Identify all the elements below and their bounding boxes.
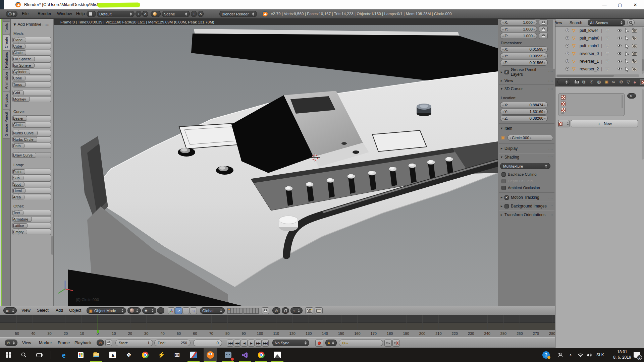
add-sun-lamp-button[interactable]: ☀Sun xyxy=(12,175,51,181)
scale-y-field[interactable]: Y:1.000 xyxy=(500,26,537,32)
add-hemi-lamp-button[interactable]: ⌒Hemi xyxy=(12,188,51,194)
opengl-render-still-button[interactable] xyxy=(305,307,313,314)
time-display-toggle[interactable]: ◷ xyxy=(97,340,104,346)
tray-volume[interactable] xyxy=(584,348,594,362)
section-display[interactable]: ►Display:::: xyxy=(500,145,553,152)
selectable-cursor-icon[interactable] xyxy=(625,36,629,42)
outliner-hscrollbar[interactable] xyxy=(556,74,639,77)
editor-type-selector-timeline[interactable]: ◷ xyxy=(5,340,17,346)
current-frame-line[interactable] xyxy=(98,315,98,330)
start-button[interactable] xyxy=(2,348,15,362)
menu-view3d-add[interactable]: Add xyxy=(56,308,63,313)
taskbar-file-explorer[interactable] xyxy=(90,348,103,362)
menu-file[interactable]: File xyxy=(22,11,29,16)
add-circle-button[interactable]: ○Circle xyxy=(12,50,51,56)
delete-layout-button[interactable]: ✕ xyxy=(142,11,148,17)
add-ico-sphere-button[interactable]: ◈Ico Sphere xyxy=(12,62,51,68)
manipulator-scale-button[interactable]: ◹ xyxy=(190,307,197,314)
add-point-lamp-button[interactable]: ✳Point xyxy=(12,169,51,175)
selectable-cursor-icon[interactable] xyxy=(625,44,629,50)
tray-hidden-icons[interactable]: ∧ xyxy=(566,348,576,362)
add-cylinder-button[interactable]: ▯Cylinder xyxy=(12,69,51,75)
visibility-eye-icon[interactable] xyxy=(617,59,622,64)
menu-render[interactable]: Render xyxy=(38,11,51,16)
taskbar-discord[interactable] xyxy=(221,348,235,362)
window-titlebar[interactable]: Blender* [C:\Users\Milan\Desktop\Misko\M… xyxy=(0,0,644,9)
scene-icon-button[interactable] xyxy=(151,11,161,17)
add-spot-lamp-button[interactable]: ◤Spot xyxy=(12,181,51,187)
scale-x-field[interactable]: X:1.000 xyxy=(500,19,537,25)
manipulator-rotate-button[interactable]: ⌒ xyxy=(182,307,190,314)
layout-selector[interactable]: Default xyxy=(97,11,135,17)
menu-timeline-frame[interactable]: Frame xyxy=(58,341,70,345)
taskbar-amazon[interactable]: a xyxy=(106,348,119,362)
layer-grid-left[interactable] xyxy=(227,308,243,314)
modifiers-tab-icon[interactable]: ⚙ xyxy=(619,79,623,84)
section-3d-cursor[interactable]: ▼3D Cursor:::: xyxy=(500,86,553,92)
taskbar-search-button[interactable] xyxy=(17,348,31,362)
insert-keyframe-button[interactable] xyxy=(384,340,392,347)
taskbar-store[interactable] xyxy=(74,348,87,362)
render-camera-icon[interactable] xyxy=(632,67,637,72)
prev-keyframe-button[interactable]: ◀◀ xyxy=(234,340,240,347)
tab-grease-pencil[interactable]: Grease Pencil xyxy=(3,110,10,139)
add-bezier-button[interactable]: ∿Bezier xyxy=(12,115,51,121)
close-button[interactable]: ✕ xyxy=(628,0,643,9)
outliner-menu-view[interactable]: View xyxy=(555,20,562,25)
expand-icon[interactable]: + xyxy=(566,67,569,71)
taskbar-edge[interactable]: e xyxy=(57,348,70,362)
listbox-scrollbar[interactable] xyxy=(622,95,623,108)
snap-toggle[interactable] xyxy=(282,307,289,314)
tray-people[interactable] xyxy=(553,348,567,362)
object-tab-icon[interactable]: ▣ xyxy=(604,79,608,84)
expand-icon[interactable]: + xyxy=(566,36,569,40)
visibility-eye-icon[interactable] xyxy=(617,36,622,41)
texture-slot-icon[interactable] xyxy=(561,102,566,106)
delete-scene-button[interactable]: ✕ xyxy=(198,11,204,17)
clock-time[interactable]: 18:01 xyxy=(611,350,633,354)
outliner-row-reverser-0[interactable]: +▽ reverser_0|▽ xyxy=(555,50,644,58)
next-keyframe-button[interactable]: ▶▶ xyxy=(255,340,262,347)
orientation-dropdown[interactable]: Global xyxy=(200,307,225,314)
taskbar-photos[interactable] xyxy=(271,348,284,362)
outliner-row-pult-main0[interactable]: +▽ pult_main0|▽ xyxy=(555,35,644,42)
selectable-cursor-icon[interactable] xyxy=(625,52,629,57)
expand-icon[interactable]: + xyxy=(566,28,569,32)
outliner-vscroll-thumb[interactable] xyxy=(642,59,644,71)
add-path-button[interactable]: ↗Path xyxy=(12,143,51,149)
current-frame-field[interactable]: 0 xyxy=(193,340,222,346)
menu-timeline-view[interactable]: View xyxy=(22,341,31,345)
material-tab-icon[interactable]: ● xyxy=(633,79,636,85)
timeline-ruler[interactable]: -50-40-30-20-100102030405060708090100110… xyxy=(0,330,555,337)
cursor-x-field[interactable]: X:0.88474 xyxy=(500,102,548,108)
add-layout-button[interactable]: ＋ xyxy=(136,11,142,17)
sync-dropdown[interactable]: No Sync xyxy=(272,340,309,346)
tab-physics[interactable]: Physics xyxy=(3,92,10,109)
mode-dropdown[interactable]: ▣ Object Mode xyxy=(87,307,126,314)
add-scene-button[interactable]: ＋ xyxy=(191,11,197,17)
outliner-row-pult-lower[interactable]: +▽ pult_lower|▽ xyxy=(555,27,644,35)
section-shading[interactable]: ▼Shading:::: xyxy=(500,154,553,160)
checkbox-checked[interactable]: ✔ xyxy=(504,70,509,74)
manipulator-axis-button[interactable] xyxy=(168,307,175,314)
render-camera-icon[interactable] xyxy=(632,36,637,41)
opengl-render-anim-button[interactable] xyxy=(315,307,323,314)
section-grease-pencil[interactable]: ►✔Grease Pencil Layers:::: xyxy=(500,69,553,75)
add-armature-button[interactable]: ΨArmature xyxy=(12,216,51,222)
resize-grip-icon[interactable]: = xyxy=(589,112,591,116)
layout-icon-button[interactable] xyxy=(87,11,96,17)
object-name-field[interactable]: Circle.000 xyxy=(507,135,553,141)
play-button[interactable]: ▶ xyxy=(248,340,255,347)
menu-view3d-select[interactable]: Select xyxy=(37,308,49,313)
visibility-eye-icon[interactable] xyxy=(617,52,622,56)
visibility-eye-icon[interactable] xyxy=(617,44,622,49)
taskbar-dropbox[interactable]: ❖ xyxy=(122,348,136,362)
taskbar-chrome-2[interactable] xyxy=(255,348,268,362)
viewport-shading-dropdown[interactable] xyxy=(127,307,141,314)
expand-icon[interactable]: + xyxy=(566,52,569,55)
object-data-tab-icon[interactable]: ▽ xyxy=(627,79,630,84)
npanel-scrollbar[interactable] xyxy=(553,19,555,69)
texture-slot-icon[interactable] xyxy=(561,95,566,100)
toolshelf-scrollbar[interactable] xyxy=(51,236,53,255)
scenes-filter-dropdown[interactable]: All Scenes xyxy=(588,19,625,26)
